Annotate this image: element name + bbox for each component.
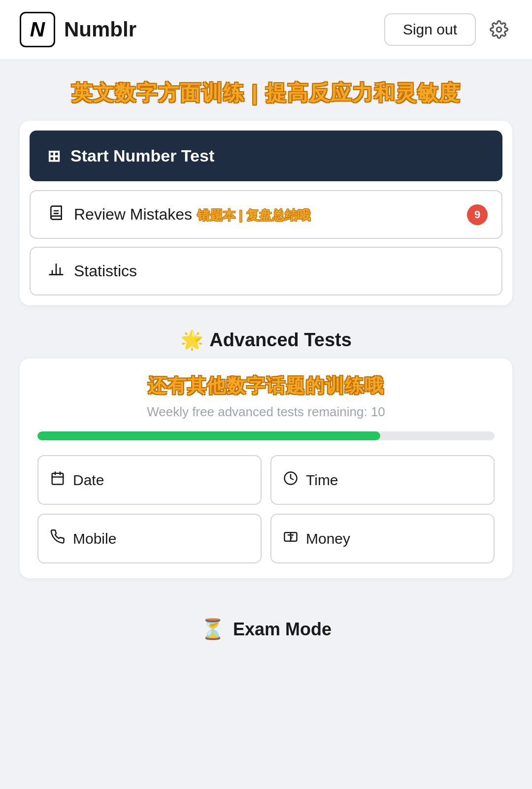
exam-mode-button[interactable]: ⏳ Exam Mode	[200, 618, 332, 641]
time-label: Time	[306, 472, 338, 489]
date-button[interactable]: Date	[37, 455, 262, 505]
svg-text:¥: ¥	[290, 535, 293, 540]
app-name: Numblr	[64, 18, 136, 41]
chinese-title: 英文数字方面训练 | 提高反应力和灵敏度	[20, 79, 512, 107]
date-label: Date	[73, 472, 104, 489]
book-icon	[48, 205, 64, 224]
statistics-button[interactable]: Statistics	[30, 247, 502, 296]
settings-button[interactable]	[486, 16, 512, 43]
money-button[interactable]: ¥ Money	[270, 514, 495, 563]
mobile-label: Mobile	[73, 530, 116, 547]
start-icon: ⊞	[47, 147, 61, 165]
logo-area: N Numblr	[20, 12, 136, 47]
header-actions: Sign out	[384, 13, 512, 46]
review-subtitle: 错题本 | 复盘总结哦	[197, 208, 310, 223]
progress-bar-container	[37, 431, 495, 440]
main-content: 英文数字方面训练 | 提高反应力和灵敏度 ⊞ Start Number Test…	[0, 60, 532, 690]
sign-out-button[interactable]: Sign out	[384, 13, 476, 46]
advanced-tests-title: 🌟 Advanced Tests	[20, 329, 512, 351]
app-header: N Numblr Sign out	[0, 0, 532, 60]
statistics-icon	[48, 262, 64, 281]
review-mistakes-button[interactable]: Review Mistakes错题本 | 复盘总结哦 9	[30, 190, 502, 239]
svg-rect-7	[52, 473, 64, 485]
exam-mode-label: Exam Mode	[233, 619, 332, 640]
weekly-remaining-text: Weekly free advanced tests remaining: 10	[37, 404, 495, 420]
start-number-test-label: Start Number Test	[70, 146, 214, 165]
star-emoji: 🌟	[180, 329, 203, 351]
start-number-test-button[interactable]: ⊞ Start Number Test	[30, 131, 502, 181]
money-icon: ¥	[283, 529, 298, 548]
gear-icon	[490, 20, 508, 39]
clock-icon	[283, 471, 298, 489]
svg-point-0	[497, 27, 501, 32]
exam-mode-section: ⏳ Exam Mode	[20, 598, 512, 660]
mobile-button[interactable]: Mobile	[37, 514, 262, 563]
money-label: Money	[306, 530, 350, 547]
mistakes-badge: 9	[467, 204, 488, 225]
advanced-section: 🌟 Advanced Tests 还有其他数字话题的训练哦 Weekly fre…	[20, 329, 512, 578]
statistics-label: Statistics	[74, 262, 137, 280]
progress-bar-fill	[37, 431, 380, 440]
phone-icon	[50, 529, 65, 548]
logo-icon: N	[20, 12, 55, 47]
advanced-tests-label: Advanced Tests	[209, 329, 352, 351]
review-mistakes-label: Review Mistakes错题本 | 复盘总结哦	[74, 205, 310, 224]
calendar-icon	[50, 471, 65, 489]
advanced-card: 还有其他数字话题的训练哦 Weekly free advanced tests …	[20, 359, 512, 578]
advanced-grid: Date Time	[37, 455, 495, 563]
time-button[interactable]: Time	[270, 455, 495, 505]
hourglass-emoji: ⏳	[200, 618, 225, 641]
advanced-chinese-text: 还有其他数字话题的训练哦	[37, 373, 495, 398]
main-menu-card: ⊞ Start Number Test Review Mistakes错题本 |…	[20, 121, 512, 305]
